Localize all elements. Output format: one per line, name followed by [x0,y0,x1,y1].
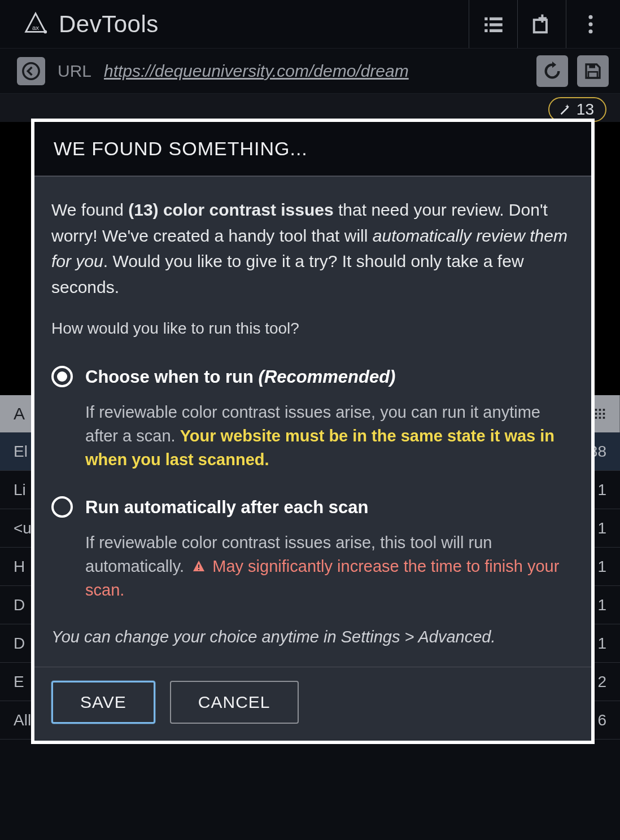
url-bar: URL https://dequeuniversity.com/demo/dre… [0,49,620,94]
svg-rect-4 [484,23,487,26]
cancel-button[interactable]: CANCEL [170,681,299,724]
url-actions [536,55,609,87]
modal-description: We found (13) color contrast issues that… [51,197,574,300]
refresh-icon [543,62,562,81]
svg-point-12 [588,22,592,26]
arrow-left-circle-icon [21,62,41,81]
svg-rect-23 [595,417,597,419]
color-contrast-modal: WE FOUND SOMETHING... We found (13) colo… [31,119,595,744]
url-value[interactable]: https://dequeuniversity.com/demo/dream [104,62,524,81]
more-menu-button[interactable] [566,0,614,48]
add-panel-icon [531,14,553,35]
svg-rect-6 [484,29,487,32]
svg-point-14 [23,63,39,78]
list-icon [482,12,505,36]
list-view-button[interactable] [469,0,517,48]
save-icon [584,62,602,80]
svg-rect-8 [534,20,546,32]
svg-rect-24 [599,417,601,419]
rescan-button[interactable] [536,55,568,87]
radio-desc-manual: If reviewable color contrast issues aris… [85,400,574,471]
save-url-button[interactable] [577,55,609,87]
badge-row: 13 [0,94,620,122]
axe-logo-icon: ax [23,11,49,37]
radio-option-auto[interactable]: Run automatically after each scan If rev… [51,494,574,602]
app-logo: ax DevTools [23,11,469,38]
svg-rect-7 [490,29,503,32]
wand-icon [558,103,571,116]
modal-title: WE FOUND SOMETHING... [34,122,591,177]
back-button[interactable] [17,57,45,85]
radio-title-auto: Run automatically after each scan [85,494,574,520]
modal-body: We found (13) color contrast issues that… [34,177,591,667]
url-label: URL [58,62,91,81]
svg-rect-5 [490,23,503,26]
svg-rect-25 [603,417,605,419]
radio-input-manual[interactable] [51,366,73,387]
svg-point-11 [588,15,592,19]
svg-point-13 [588,29,592,33]
svg-rect-3 [490,17,503,20]
radio-option-manual[interactable]: Choose when to run (Recommended) If revi… [51,364,574,471]
svg-rect-15 [589,64,595,68]
kebab-icon [588,15,593,34]
settings-note: You can change your choice anytime in Se… [51,624,574,649]
radio-title-manual: Choose when to run (Recommended) [85,364,574,390]
svg-rect-18 [599,409,601,411]
add-panel-button[interactable] [517,0,566,48]
badge-count: 13 [577,100,594,119]
svg-rect-21 [599,413,601,415]
svg-rect-20 [595,413,597,415]
svg-point-1 [43,30,47,33]
modal-footer: SAVE CANCEL [34,667,591,741]
svg-rect-10 [538,17,546,19]
app-topbar: ax DevTools [0,0,620,49]
svg-rect-27 [198,569,199,570]
app-title: DevTools [59,11,159,38]
radio-input-auto[interactable] [51,496,73,518]
grid-icon [594,405,606,422]
svg-rect-17 [595,409,597,411]
svg-rect-2 [484,17,487,20]
svg-rect-19 [603,409,605,411]
topbar-actions [469,0,614,48]
modal-prompt: How would you like to run this tool? [51,317,574,341]
warning-icon [192,559,206,573]
radio-desc-auto: If reviewable color contrast issues aris… [85,531,574,602]
save-button[interactable]: SAVE [51,681,155,724]
svg-rect-22 [603,413,605,415]
svg-text:ax: ax [32,24,39,30]
svg-rect-26 [198,565,199,568]
